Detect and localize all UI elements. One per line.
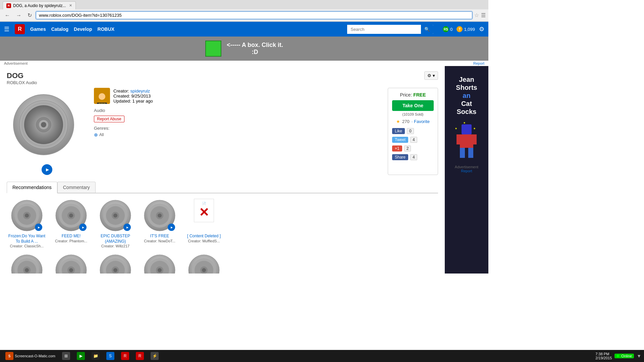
rec-item-1[interactable]: ▶ Frozen:Do You Want To Build A ... Crea…: [7, 199, 47, 248]
item-info-column: OBC Creator: spideyrulz Created: 9/25/20…: [94, 88, 381, 175]
ad-label: Advertisement: [4, 61, 28, 65]
nav-robux-link[interactable]: ROBUX: [98, 26, 115, 32]
ad-report-link[interactable]: Report: [473, 61, 484, 65]
tweet-button[interactable]: Tweet: [392, 137, 408, 143]
rec-item-9[interactable]: [140, 253, 180, 274]
robux-icon: R$: [443, 26, 449, 32]
settings-gear-icon[interactable]: ⚙: [479, 25, 484, 33]
svg-rect-59: [468, 148, 473, 158]
rec-item-2[interactable]: ▶ FEED ME! Creator: Phantom...: [51, 199, 91, 248]
right-sidebar-ad[interactable]: Jean Shorts an Cat Socks ★ ★ ★ Advertise…: [445, 66, 488, 274]
browser-chrome: R DOG, a Audio by spideyrulz... ✕ ← → ↻ …: [0, 0, 488, 22]
facebook-count: 0: [407, 128, 414, 134]
nav-develop-link[interactable]: Develop: [74, 26, 92, 32]
rec-play-button-3[interactable]: ▶: [123, 224, 131, 231]
svg-text:★: ★: [473, 127, 476, 130]
tab-close-button[interactable]: ✕: [69, 3, 72, 8]
audio-play-button[interactable]: ▶: [42, 164, 52, 175]
rec-play-button-1[interactable]: ▶: [35, 224, 42, 231]
tickets-count: 1,099: [464, 27, 475, 32]
creator-link[interactable]: spideyrulz: [130, 88, 150, 94]
item-actions-button[interactable]: ⚙ ▾: [424, 71, 438, 80]
share-row: Share 4: [392, 154, 434, 160]
search-input[interactable]: [347, 25, 421, 34]
ad-label-row: Advertisement Report: [0, 61, 488, 66]
rec-item-3[interactable]: ▶ EPIC DUBSTEP (AMAZING) Creator: Willz2…: [95, 199, 136, 248]
item-title: DOG: [7, 71, 37, 80]
svg-point-28: [158, 214, 162, 218]
tickets-icon: T: [457, 26, 463, 32]
tab-recommendations[interactable]: Recommendations: [7, 182, 57, 193]
tweet-count: 4: [410, 137, 417, 143]
rec-creator-3: Creator: Willz217: [95, 244, 136, 248]
right-ad-report-link[interactable]: Report: [461, 169, 472, 173]
roblox-logo[interactable]: R: [15, 24, 25, 34]
share-button[interactable]: Share: [392, 154, 408, 160]
rec-creator-2: Creator: Phantom...: [51, 239, 91, 243]
right-ad-line5: Socks: [456, 108, 477, 116]
deleted-content-icon: 📄 ✕: [194, 199, 214, 222]
recommendations-row2: [7, 253, 438, 274]
genres-label: Genres:: [94, 126, 381, 131]
ad-banner[interactable]: <----- A box. Click it. :D: [0, 37, 488, 61]
item-image: [7, 88, 80, 162]
right-ad-line1: Jean: [456, 75, 477, 83]
rec-item-8[interactable]: [95, 253, 136, 274]
nav-games-link[interactable]: Games: [30, 26, 46, 32]
deleted-x-mark: ✕: [199, 205, 209, 220]
rec-item-10[interactable]: [184, 253, 224, 274]
rec-play-button-2[interactable]: ▶: [79, 224, 87, 231]
creator-avatar: OBC: [94, 88, 110, 104]
right-ad-line4: Cat: [456, 100, 477, 108]
right-ad-bottom-label: Advertisement: [455, 165, 478, 169]
svg-point-53: [202, 268, 206, 272]
svg-rect-55: [460, 134, 473, 148]
tickets-display[interactable]: T 1,099: [457, 26, 475, 32]
report-abuse-link[interactable]: Report Abuse: [94, 116, 124, 122]
main-content: DOG ROBLOX Audio ⚙ ▾: [0, 66, 488, 274]
right-ad-character-image: ★ ★ ★: [453, 121, 480, 161]
active-tab[interactable]: R DOG, a Audio by spideyrulz... ✕: [3, 1, 76, 9]
tabs-section: Recommendations Commentary: [7, 182, 438, 193]
right-ad-line3: an: [456, 92, 477, 100]
hamburger-menu-icon[interactable]: ☰: [4, 25, 9, 33]
rec-item-7[interactable]: [51, 253, 91, 274]
item-title-section: DOG ROBLOX Audio: [7, 71, 37, 85]
forward-button[interactable]: →: [14, 12, 23, 19]
browser-menu-icon[interactable]: ☰: [481, 12, 486, 18]
sold-count: (10109 Sold): [392, 112, 434, 116]
robux-display[interactable]: R$ 0: [443, 26, 452, 32]
rec-title-5: [ Content Deleted ]: [184, 234, 224, 239]
facebook-like-button[interactable]: Like: [392, 128, 405, 134]
search-button[interactable]: 🔍: [421, 25, 433, 34]
favorite-link[interactable]: · Favorite: [412, 119, 430, 124]
svg-rect-56: [457, 134, 461, 144]
address-input[interactable]: [36, 11, 472, 19]
roblox-navbar: ☰ R Games Catalog Develop ROBUX 🔍 R$ 0 T…: [0, 22, 488, 37]
ad-green-box[interactable]: [205, 41, 221, 57]
rec-item-6[interactable]: [7, 253, 47, 274]
rec-play-button-4[interactable]: ▶: [168, 224, 175, 231]
price-label-row: Price: FREE: [392, 92, 434, 98]
bookmark-star-icon[interactable]: ☆: [474, 12, 479, 18]
star-icon: ★: [396, 119, 400, 124]
back-button[interactable]: ←: [3, 12, 12, 19]
genre-name: All: [99, 132, 104, 137]
rec-creator-1: Creator: ClassicSh...: [7, 244, 47, 248]
price-box: Price: FREE Take One (10109 Sold) ★ 270 …: [388, 88, 438, 175]
rec-item-5[interactable]: 📄 ✕ [ Content Deleted ] Creator: Muffled…: [184, 199, 224, 248]
ad-line2: :D: [227, 49, 283, 56]
rec-item-4[interactable]: ▶ IT'S FREE Creator: NowDoT...: [140, 199, 180, 248]
take-one-button[interactable]: Take One: [392, 100, 434, 111]
svg-point-18: [69, 214, 73, 218]
refresh-button[interactable]: ↻: [25, 11, 34, 19]
googleplus-button[interactable]: +1: [392, 145, 402, 152]
recommendations-row1: ▶ Frozen:Do You Want To Build A ... Crea…: [7, 199, 438, 248]
rec-speaker-8: [99, 253, 132, 274]
svg-text:★: ★: [455, 127, 457, 130]
tab-commentary[interactable]: Commentary: [57, 182, 96, 193]
nav-catalog-link[interactable]: Catalog: [51, 26, 68, 32]
rec-title-2: FEED ME!: [51, 234, 91, 239]
rec-item-1-image: ▶: [10, 199, 44, 232]
svg-point-13: [25, 214, 29, 218]
